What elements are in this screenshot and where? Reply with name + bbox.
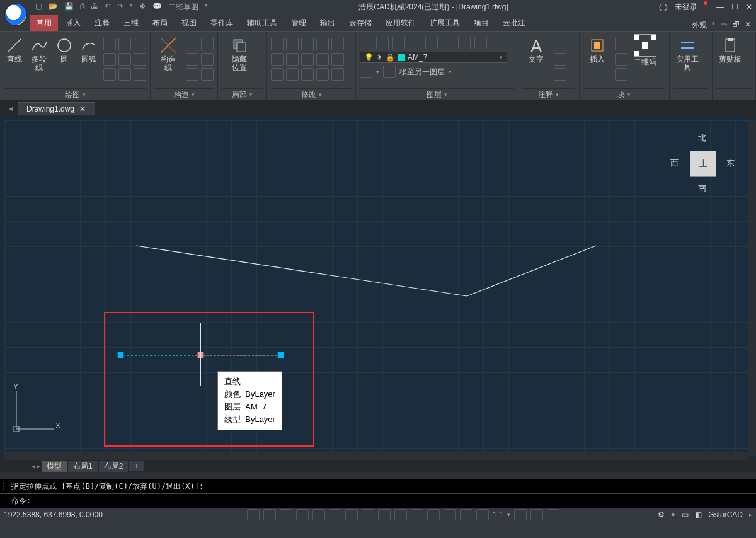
viewcube-north[interactable]: 北: [698, 132, 706, 144]
user-icon[interactable]: ◯: [659, 3, 667, 11]
viewcube-south[interactable]: 南: [698, 183, 706, 194]
line-button[interactable]: 直线: [4, 34, 25, 64]
tab-view[interactable]: 视图: [175, 15, 203, 31]
block-tool-icon[interactable]: [615, 53, 627, 66]
tab-layout2[interactable]: 布局2: [99, 461, 129, 472]
draw-tool-icon[interactable]: [134, 38, 146, 50]
redo-icon[interactable]: ↷: [117, 2, 123, 13]
osnap-toggle[interactable]: [312, 509, 325, 520]
viewcube-east[interactable]: 东: [726, 157, 735, 169]
layer-tool-icon[interactable]: [360, 66, 372, 78]
tab-apps[interactable]: 应用软件: [379, 15, 422, 31]
layer-tool-icon[interactable]: [409, 37, 421, 49]
utility-button[interactable]: 实用工具: [673, 34, 701, 72]
status-tool-icon[interactable]: ⚙: [658, 510, 665, 519]
model-toggle[interactable]: [378, 509, 391, 520]
app-logo[interactable]: [5, 4, 26, 25]
layer-tool-icon[interactable]: [360, 37, 372, 49]
modify-tool-icon[interactable]: [286, 68, 299, 81]
grid-toggle[interactable]: [263, 509, 276, 520]
tab-prev-icon[interactable]: ◂: [9, 104, 13, 113]
construct-tool-icon[interactable]: [201, 38, 214, 50]
hide-position-button[interactable]: 隐藏 位置: [222, 34, 257, 72]
open-icon[interactable]: 📂: [49, 2, 58, 13]
status-tool-icon[interactable]: ⌖: [671, 510, 675, 519]
sketch-more-icon[interactable]: ▾: [205, 2, 208, 13]
annotate-tool-icon[interactable]: [554, 38, 566, 50]
tab-annotate[interactable]: 注释: [88, 15, 116, 31]
view-cube[interactable]: 北 南 东 西 上: [668, 129, 737, 198]
layer-tool-icon[interactable]: [442, 37, 454, 49]
modify-tool-icon[interactable]: [331, 53, 344, 66]
construct-tool-icon[interactable]: [186, 38, 198, 50]
hw-toggle[interactable]: [547, 509, 559, 520]
snap-toggle[interactable]: [247, 509, 260, 520]
construct-tool-icon[interactable]: [186, 53, 198, 66]
ribbon-restore-icon[interactable]: 🗗: [732, 20, 740, 31]
command-prompt[interactable]: 命令:: [9, 496, 756, 507]
modify-tool-icon[interactable]: [301, 38, 314, 50]
draw-tool-icon[interactable]: [103, 68, 116, 81]
layout-next-icon[interactable]: ▸: [37, 462, 40, 471]
modify-tool-icon[interactable]: [286, 38, 299, 50]
pline-button[interactable]: 多段线: [29, 34, 50, 72]
text-button[interactable]: A文字: [522, 34, 550, 64]
draw-tool-icon[interactable]: [103, 53, 116, 66]
layer-tool-icon[interactable]: [392, 37, 405, 49]
layer-tool-icon[interactable]: [376, 37, 389, 49]
ws-toggle[interactable]: [514, 509, 527, 520]
status-more-icon[interactable]: ▸: [749, 512, 752, 518]
annotate-tool-icon[interactable]: [554, 68, 566, 81]
chat-icon[interactable]: 💬: [152, 2, 162, 13]
modify-tool-icon[interactable]: [301, 53, 314, 66]
ribbon-min-icon[interactable]: ▭: [720, 20, 727, 31]
drawing-canvas[interactable]: 直线 颜色 ByLayer 图层 AM_7 线型 ByLayer 北 南 东 西…: [0, 116, 756, 460]
annscale-toggle[interactable]: [476, 509, 489, 520]
lwt-toggle[interactable]: [345, 509, 358, 520]
construct-tool-icon[interactable]: [201, 68, 214, 81]
polar-toggle[interactable]: [296, 509, 309, 520]
command-scrollbar[interactable]: [0, 472, 756, 479]
layer-tool-icon[interactable]: [425, 37, 438, 49]
tab-insert[interactable]: 插入: [59, 15, 87, 31]
draw-tool-icon[interactable]: [103, 38, 116, 50]
login-status[interactable]: 未登录: [675, 2, 697, 13]
draw-tool-icon[interactable]: [118, 38, 131, 50]
grip-end[interactable]: [277, 352, 284, 358]
undo-icon[interactable]: ↶: [105, 2, 111, 13]
horizontal-scrollbar[interactable]: [4, 452, 748, 460]
modify-tool-icon[interactable]: [271, 53, 284, 66]
construct-line-button[interactable]: 构造 线: [154, 34, 182, 72]
save-icon[interactable]: 💾: [64, 2, 74, 13]
circle-button[interactable]: 圆: [54, 34, 75, 64]
status-tool-icon[interactable]: ◧: [695, 510, 702, 519]
document-tab[interactable]: Drawing1.dwg ✕: [18, 102, 95, 115]
modify-tool-icon[interactable]: [331, 68, 344, 81]
maximize-icon[interactable]: ☐: [731, 3, 738, 11]
qp-toggle[interactable]: [394, 509, 407, 520]
minimize-icon[interactable]: —: [716, 3, 724, 11]
layer-match-icon[interactable]: [383, 66, 396, 78]
tab-add-layout[interactable]: +: [129, 461, 144, 471]
ribbon-close-icon[interactable]: ✕: [745, 20, 751, 31]
iso-toggle[interactable]: [427, 509, 440, 520]
command-input-line[interactable]: 命令:: [0, 493, 756, 508]
status-tool-icon[interactable]: ▭: [682, 510, 689, 519]
sc-toggle[interactable]: [411, 509, 423, 520]
modify-tool-icon[interactable]: [316, 68, 329, 81]
tab-aux[interactable]: 辅助工具: [241, 15, 284, 31]
tab-parts[interactable]: 零件库: [204, 15, 239, 31]
vertical-scrollbar[interactable]: [748, 120, 756, 456]
qat-more-icon[interactable]: ▾: [130, 2, 133, 13]
otrack-toggle[interactable]: [329, 509, 341, 520]
tab-layout1[interactable]: 布局1: [68, 461, 98, 472]
tab-cloud[interactable]: 云存储: [343, 15, 378, 31]
layer-tool-icon[interactable]: [458, 37, 471, 49]
annvis-toggle[interactable]: [460, 509, 472, 520]
tab-output[interactable]: 输出: [314, 15, 341, 31]
viewcube-top[interactable]: 上: [690, 151, 716, 177]
ann-toggle[interactable]: [444, 509, 456, 520]
appearance-menu[interactable]: 外观: [692, 20, 707, 31]
saveas-icon[interactable]: ⎙: [80, 2, 84, 13]
tab-ext[interactable]: 扩展工具: [423, 15, 466, 31]
